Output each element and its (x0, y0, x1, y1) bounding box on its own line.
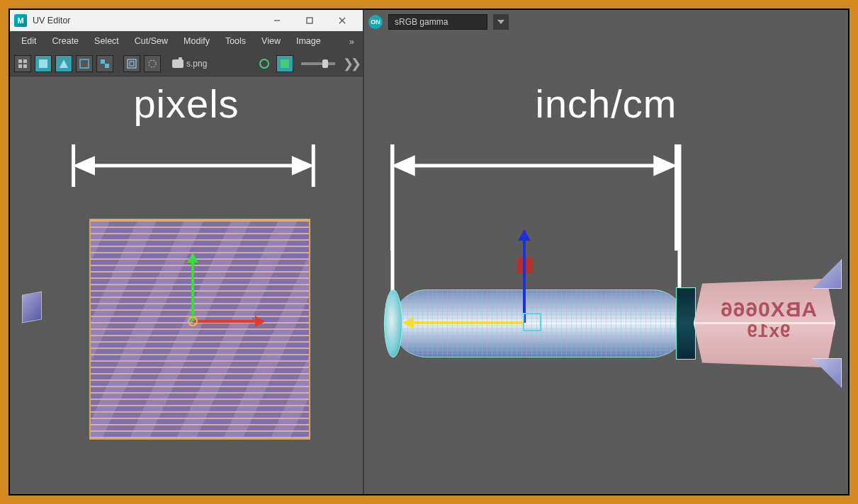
gizmo-origin-icon[interactable] (188, 316, 198, 326)
uv-menu-bar: Edit Create Select Cut/Sew Modify Tools … (10, 31, 363, 51)
svg-marker-21 (77, 159, 94, 173)
gizmo-u-axis-icon[interactable] (193, 320, 264, 323)
uv-texture-name[interactable]: s.png (172, 59, 207, 69)
mesh-fin-bottom[interactable] (812, 358, 842, 388)
svg-marker-9 (60, 59, 68, 68)
menu-edit[interactable]: Edit (14, 33, 44, 49)
uv-wire-icon[interactable] (76, 55, 93, 72)
screenshot-frame: M UV Editor Edit Create Select Cut/Sew M… (9, 8, 849, 496)
uv-checker-icon[interactable] (96, 55, 113, 72)
window-minimize-button[interactable] (261, 10, 293, 31)
uv-toolbar: s.png ❯❯ (10, 51, 363, 76)
mesh-base-ring[interactable] (676, 287, 696, 360)
gizmo-x-axis-icon[interactable] (404, 321, 524, 324)
stamp-line1: ABX0666 (720, 297, 817, 321)
gizmo-y-axis-icon[interactable] (523, 231, 526, 323)
annotation-pixels-dimension (10, 144, 363, 187)
svg-rect-7 (23, 64, 27, 68)
uv-distortion-icon[interactable] (55, 55, 72, 72)
gizmo-v-axis-icon[interactable] (191, 254, 194, 321)
menu-overflow-icon[interactable]: » (349, 36, 359, 47)
uv-dim-slider[interactable] (301, 62, 335, 65)
uv-move-gizmo[interactable] (193, 321, 193, 322)
svg-rect-12 (105, 64, 109, 68)
svg-rect-6 (18, 64, 22, 68)
uv-grid-icon[interactable] (14, 55, 31, 72)
menu-image[interactable]: Image (289, 33, 328, 49)
svg-rect-11 (101, 59, 105, 64)
svg-point-16 (260, 59, 269, 68)
menu-cutsew[interactable]: Cut/Sew (128, 33, 175, 49)
viewport-3d[interactable]: ABX0666 9x19 (364, 10, 848, 494)
viewport-panel[interactable]: ON sRGB gamma inch/cm (364, 10, 848, 494)
uv-layout-icon[interactable] (276, 55, 293, 72)
menu-select[interactable]: Select (87, 33, 126, 49)
texture-filename-label: s.png (186, 59, 207, 69)
menu-modify[interactable]: Modify (176, 33, 217, 49)
menu-view[interactable]: View (254, 33, 288, 49)
maya-app-icon: M (14, 14, 27, 27)
svg-rect-4 (18, 59, 22, 63)
uv-bracket-icon[interactable]: ❯❯ (343, 56, 359, 71)
svg-rect-17 (281, 59, 289, 68)
window-titlebar[interactable]: M UV Editor (10, 10, 363, 31)
annotation-pixels-label: pixels (10, 81, 363, 127)
stamp-line2: 9x19 (703, 320, 834, 342)
uv-isolate-icon[interactable] (144, 55, 161, 72)
snapshot-icon (172, 59, 184, 68)
uv-shell-main[interactable] (89, 219, 310, 440)
gizmo-plane-handle-icon[interactable] (523, 313, 541, 331)
window-close-button[interactable] (326, 10, 359, 31)
window-maximize-button[interactable] (293, 10, 326, 31)
uv-dimmer-icon[interactable] (123, 55, 140, 72)
mesh-fin-top[interactable] (812, 259, 842, 289)
uv-editor-window: M UV Editor Edit Create Select Cut/Sew M… (10, 10, 364, 494)
mesh-cylinder-cap[interactable] (384, 290, 402, 357)
menu-create[interactable]: Create (45, 33, 86, 49)
uv-shaded-icon[interactable] (35, 55, 52, 72)
uv-shell-fragment[interactable] (22, 292, 42, 323)
window-title: UV Editor (33, 16, 261, 25)
svg-rect-8 (39, 59, 47, 68)
svg-marker-22 (293, 159, 310, 173)
svg-rect-14 (130, 62, 134, 66)
mesh-casing-stamp: ABX0666 9x19 (703, 297, 834, 342)
svg-rect-5 (23, 59, 27, 63)
svg-point-15 (149, 60, 156, 67)
svg-rect-1 (307, 18, 312, 23)
svg-rect-13 (128, 59, 136, 68)
uv-channel-icon[interactable] (256, 55, 273, 72)
svg-rect-10 (80, 59, 89, 68)
menu-tools[interactable]: Tools (218, 33, 253, 49)
